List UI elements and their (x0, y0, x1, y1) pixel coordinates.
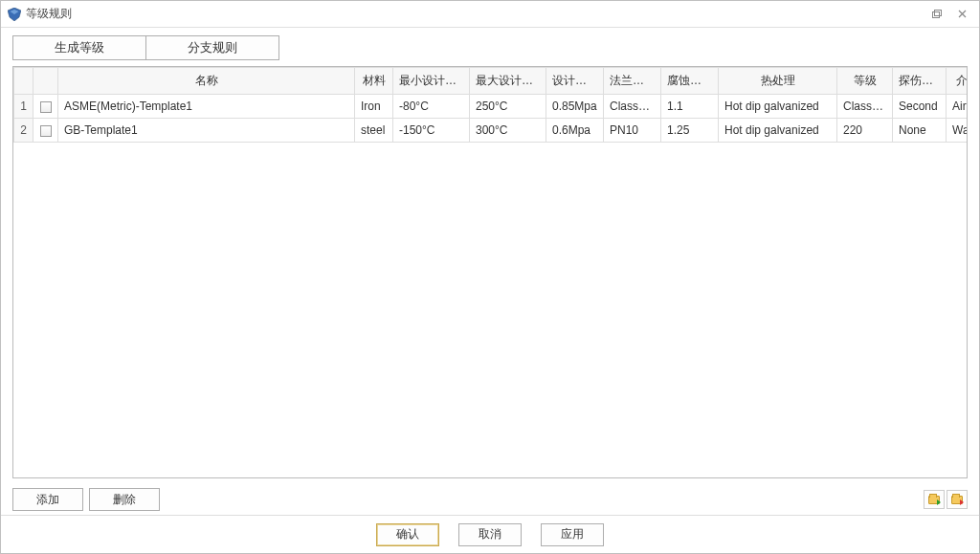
cell-material[interactable]: steel (355, 119, 393, 143)
row-number: 2 (14, 119, 33, 143)
app-icon (7, 7, 22, 22)
cell-max-temp[interactable]: 300°C (470, 119, 546, 143)
cell-grade[interactable]: Class125 (837, 95, 893, 119)
col-heat[interactable]: 热处理 (719, 68, 837, 95)
svg-rect-1 (934, 11, 941, 16)
export-button[interactable] (947, 490, 968, 509)
col-design-pressure[interactable]: 设计压力 (546, 68, 604, 95)
cell-max-temp[interactable]: 250°C (470, 95, 546, 119)
cell-heat[interactable]: Hot dip galvanized (719, 95, 837, 119)
col-rownum[interactable] (14, 68, 33, 95)
col-corrosion[interactable]: 腐蚀裕量 (661, 68, 719, 95)
col-max-temp[interactable]: 最大设计温度 (470, 68, 546, 95)
apply-button[interactable]: 应用 (541, 523, 604, 546)
cell-corrosion[interactable]: 1.1 (661, 95, 719, 119)
row-checkbox-cell[interactable] (33, 119, 58, 143)
cell-min-temp[interactable]: -80°C (393, 95, 470, 119)
table-row[interactable]: 2 GB-Template1 steel -150°C 300°C 0.6Mpa… (14, 119, 969, 143)
col-check[interactable] (33, 68, 58, 95)
table-row[interactable]: 1 ASME(Metric)-Template1 Iron -80°C 250°… (14, 95, 969, 119)
table-container: 名称 材料 最小设计温度 最大设计温度 设计压力 法兰压力 腐蚀裕量 热处理 等… (12, 66, 968, 478)
cell-material[interactable]: Iron (355, 95, 393, 119)
cell-flange-pressure[interactable]: Class125 (604, 95, 661, 119)
col-medium[interactable]: 介质 (947, 68, 969, 95)
col-flaw[interactable]: 探伤等级 (893, 68, 947, 95)
restore-button[interactable] (925, 6, 948, 23)
cell-name[interactable]: GB-Template1 (58, 119, 355, 143)
table-header-row: 名称 材料 最小设计温度 最大设计温度 设计压力 法兰压力 腐蚀裕量 热处理 等… (14, 68, 969, 95)
folder-export-icon (951, 496, 963, 504)
cancel-button[interactable]: 取消 (458, 523, 522, 546)
ok-button[interactable]: 确认 (376, 523, 439, 546)
branch-rule-button[interactable]: 分支规则 (145, 35, 279, 60)
cell-corrosion[interactable]: 1.25 (661, 119, 719, 143)
titlebar: 等级规则 (1, 1, 979, 28)
row-checkbox-cell[interactable] (33, 95, 58, 119)
cell-design-pressure[interactable]: 0.6Mpa (546, 119, 604, 143)
dialog-window: 等级规则 生成等级 分支规则 名称 材料 最小设计温度 (0, 0, 980, 554)
generate-grade-button[interactable]: 生成等级 (12, 35, 146, 60)
cell-heat[interactable]: Hot dip galvanized (719, 119, 837, 143)
window-title: 等级规则 (26, 6, 924, 22)
checkbox[interactable] (40, 125, 52, 137)
cell-name[interactable]: ASME(Metric)-Template1 (58, 95, 355, 119)
cell-flaw[interactable]: None (893, 119, 947, 143)
dialog-footer: 确认 取消 应用 (1, 515, 979, 553)
import-button[interactable] (924, 490, 945, 509)
col-material[interactable]: 材料 (355, 68, 393, 95)
svg-rect-0 (932, 12, 939, 18)
delete-button[interactable]: 删除 (89, 488, 160, 511)
folder-import-icon (928, 496, 940, 504)
row-number: 1 (14, 95, 33, 119)
col-flange-pressure[interactable]: 法兰压力 (604, 68, 661, 95)
col-grade[interactable]: 等级 (837, 68, 893, 95)
cell-medium[interactable]: Water (947, 119, 969, 143)
toolbar: 生成等级 分支规则 (1, 28, 979, 66)
close-button[interactable] (950, 6, 973, 23)
checkbox[interactable] (40, 101, 52, 113)
cell-flange-pressure[interactable]: PN10 (604, 119, 661, 143)
cell-medium[interactable]: Air (947, 95, 969, 119)
col-name[interactable]: 名称 (58, 68, 355, 95)
cell-min-temp[interactable]: -150°C (393, 119, 470, 143)
add-button[interactable]: 添加 (12, 488, 83, 511)
cell-flaw[interactable]: Second (893, 95, 947, 119)
cell-design-pressure[interactable]: 0.85Mpa (546, 95, 604, 119)
col-min-temp[interactable]: 最小设计温度 (393, 68, 470, 95)
cell-grade[interactable]: 220 (837, 119, 893, 143)
action-row: 添加 删除 (1, 484, 979, 515)
rules-table: 名称 材料 最小设计温度 最大设计温度 设计压力 法兰压力 腐蚀裕量 热处理 等… (13, 67, 968, 143)
